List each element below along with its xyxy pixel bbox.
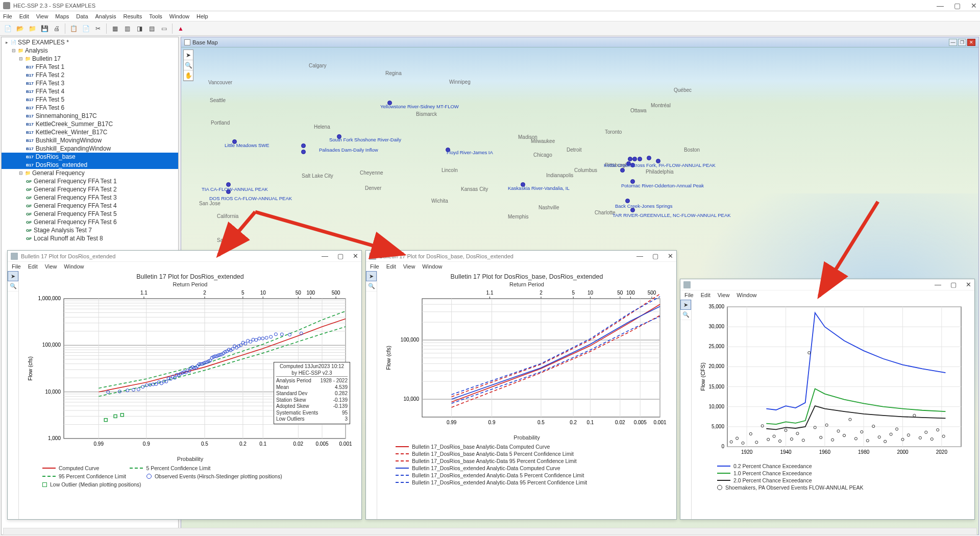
win3-menu-view[interactable]: View bbox=[718, 292, 730, 298]
pointer-tool-icon[interactable]: ➤ bbox=[366, 271, 377, 281]
new-icon[interactable]: 📄 bbox=[2, 23, 13, 34]
site-dot[interactable] bbox=[628, 157, 632, 161]
site-label[interactable]: Floyd River-James IA bbox=[447, 150, 493, 155]
site-dot[interactable] bbox=[638, 157, 642, 161]
site-label[interactable]: TIA CA-FLOW-ANNUAL PEAK bbox=[202, 186, 268, 192]
win2-close-icon[interactable]: ✕ bbox=[668, 252, 673, 260]
win2-menu-window[interactable]: Window bbox=[422, 263, 442, 270]
tree-row[interactable]: GFStage Analysis Test 7 bbox=[2, 226, 178, 234]
tree-row[interactable]: GFGeneral Frequency FFA Test 3 bbox=[2, 193, 178, 202]
site-label[interactable]: Little Meadows SWE bbox=[225, 142, 270, 148]
win1-minimize-icon[interactable]: — bbox=[322, 252, 328, 260]
plot-window-3[interactable]: — ▢ ✕ FileEditViewWindow ➤ 🔍 05,00010,00… bbox=[680, 279, 975, 520]
close-button[interactable]: ✕ bbox=[971, 2, 977, 10]
plot-window-2[interactable]: Bulletin 17 Plot for DosRios_base, DosRi… bbox=[365, 250, 677, 520]
save-icon[interactable]: 💾 bbox=[39, 23, 50, 34]
site-dot[interactable] bbox=[647, 156, 651, 160]
plot-window-1[interactable]: Bulletin 17 Plot for DosRios_extended — … bbox=[7, 250, 362, 520]
site-dot[interactable] bbox=[632, 157, 637, 161]
tree-row[interactable]: B17FFA Test 6 bbox=[2, 104, 178, 112]
menu-maps[interactable]: Maps bbox=[55, 13, 69, 19]
map-minimize-icon[interactable]: — bbox=[949, 39, 957, 46]
pointer-tool-icon[interactable]: ➤ bbox=[680, 300, 691, 310]
menu-file[interactable]: File bbox=[3, 13, 12, 19]
win2-minimize-icon[interactable]: — bbox=[636, 252, 643, 260]
tree-row[interactable]: ⊟📁General Frequency bbox=[2, 169, 178, 177]
tree-row[interactable]: B17Sinnemahoning_B17C bbox=[2, 112, 178, 120]
win3-maximize-icon[interactable]: ▢ bbox=[950, 281, 957, 288]
pointer-tool-icon[interactable]: ➤ bbox=[184, 50, 193, 60]
win2-menu-edit[interactable]: Edit bbox=[386, 263, 396, 270]
cut-icon[interactable]: ✂ bbox=[92, 23, 104, 34]
tree-row[interactable]: B17FFA Test 3 bbox=[2, 79, 178, 87]
win3-minimize-icon[interactable]: — bbox=[935, 281, 941, 288]
tree-row[interactable]: B17DosRios_extended bbox=[2, 161, 178, 169]
menu-analysis[interactable]: Analysis bbox=[95, 13, 116, 19]
map-titlebar[interactable]: Base Map — ❐ ✕ bbox=[181, 37, 978, 47]
pointer-tool-icon[interactable]: ➤ bbox=[8, 271, 18, 281]
zoom-tool-icon[interactable]: 🔍 bbox=[8, 281, 18, 291]
site-label[interactable]: Palisades Dam-Daily Inflow bbox=[319, 147, 378, 153]
minimize-button[interactable]: — bbox=[937, 2, 944, 10]
menu-tools[interactable]: Tools bbox=[149, 13, 162, 19]
menu-results[interactable]: Results bbox=[123, 13, 142, 19]
win2-maximize-icon[interactable]: ▢ bbox=[652, 252, 658, 260]
paste-icon[interactable]: 📄 bbox=[80, 23, 91, 34]
open-icon[interactable]: 📂 bbox=[14, 23, 26, 34]
panel2-icon[interactable]: ▥ bbox=[121, 23, 133, 34]
zoom-tool-icon[interactable]: 🔍 bbox=[680, 310, 691, 320]
tree-row[interactable]: B17Bushkill_MovingWindow bbox=[2, 136, 178, 144]
tree-row[interactable]: B17FFA Test 1 bbox=[2, 63, 178, 71]
distribution-icon[interactable]: ▲ bbox=[175, 23, 186, 34]
menu-window[interactable]: Window bbox=[169, 13, 189, 19]
tree-row[interactable]: GFGeneral Frequency FFA Test 2 bbox=[2, 185, 178, 193]
map-close-icon[interactable]: ✕ bbox=[967, 39, 975, 46]
win3-close-icon[interactable]: ✕ bbox=[966, 281, 971, 288]
tree-row[interactable]: GFGeneral Frequency FFA Test 1 bbox=[2, 177, 178, 185]
win1-menu-view[interactable]: View bbox=[45, 263, 57, 270]
site-label[interactable]: DOS RIOS CA-FLOW-ANNUAL PEAK bbox=[209, 196, 292, 201]
site-dot[interactable] bbox=[620, 168, 625, 173]
win1-menu-window[interactable]: Window bbox=[64, 263, 84, 270]
menu-view[interactable]: View bbox=[36, 13, 48, 19]
tree-row[interactable]: GFGeneral Frequency FFA Test 5 bbox=[2, 210, 178, 218]
pan-tool-icon[interactable]: ✋ bbox=[184, 70, 193, 81]
tree-row[interactable]: B17FFA Test 5 bbox=[2, 95, 178, 104]
site-label[interactable]: Yellowstone River-Sidney MT-FLOW bbox=[380, 104, 459, 109]
win3-plot[interactable]: 05,00010,00015,00020,00025,00030,00035,0… bbox=[697, 302, 967, 460]
tree-row[interactable]: ▸📄SSP EXAMPLES * bbox=[2, 38, 178, 46]
panel5-icon[interactable]: ▭ bbox=[158, 23, 169, 34]
win1-titlebar[interactable]: Bulletin 17 Plot for DosRios_extended — … bbox=[8, 251, 361, 262]
win2-plot[interactable]: 10,000100,0000.990.90.50.20.10.020.0050.… bbox=[382, 287, 669, 434]
tree-row[interactable]: B17KettleCreek_Winter_B17C bbox=[2, 128, 178, 136]
win3-menu-window[interactable]: Window bbox=[737, 292, 756, 298]
site-dot[interactable] bbox=[301, 143, 306, 148]
tree-row[interactable]: B17FFA Test 2 bbox=[2, 71, 178, 79]
tree-row[interactable]: ⊟📁Analysis bbox=[2, 46, 178, 55]
site-dot[interactable] bbox=[301, 150, 306, 154]
close-project-icon[interactable]: 📁 bbox=[27, 23, 38, 34]
win1-menu-edit[interactable]: Edit bbox=[28, 263, 38, 270]
site-label[interactable]: Potomac River-Odderton-Annual Peak bbox=[621, 183, 704, 188]
zoom-tool-icon[interactable]: 🔍 bbox=[366, 281, 377, 291]
site-label[interactable]: Back Creek-Jones Springs bbox=[615, 203, 672, 209]
win2-menu-file[interactable]: File bbox=[370, 263, 379, 270]
tree-row[interactable]: ⊟📁Bulletin 17 bbox=[2, 55, 178, 63]
win3-menu-edit[interactable]: Edit bbox=[701, 292, 710, 298]
site-dot[interactable] bbox=[625, 199, 630, 203]
win3-menu-file[interactable]: File bbox=[684, 292, 694, 298]
copy-icon[interactable]: 📋 bbox=[68, 23, 79, 34]
site-label[interactable]: Kettle Creek-Cross Fork, PA-FLOW-ANNUAL … bbox=[604, 162, 716, 168]
panel4-icon[interactable]: ▤ bbox=[146, 23, 157, 34]
win2-menu-view[interactable]: View bbox=[403, 263, 415, 270]
menu-data[interactable]: Data bbox=[76, 13, 88, 19]
map-restore-icon[interactable]: ❐ bbox=[958, 39, 966, 46]
zoom-tool-icon[interactable]: 🔍 bbox=[184, 60, 193, 70]
tree-row[interactable]: B17KettleCreek_Summer_B17C bbox=[2, 120, 178, 128]
site-label[interactable]: Kaskaskia River-Vandalia, IL bbox=[508, 185, 570, 191]
panel3-icon[interactable]: ◨ bbox=[134, 23, 145, 34]
tree-row[interactable]: B17DosRios_base bbox=[2, 153, 178, 161]
tree-row[interactable]: B17Bushkill_ExpandingWindow bbox=[2, 144, 178, 153]
win2-titlebar[interactable]: Bulletin 17 Plot for DosRios_base, DosRi… bbox=[366, 251, 676, 262]
tree-row[interactable]: GFGeneral Frequency FFA Test 4 bbox=[2, 202, 178, 210]
